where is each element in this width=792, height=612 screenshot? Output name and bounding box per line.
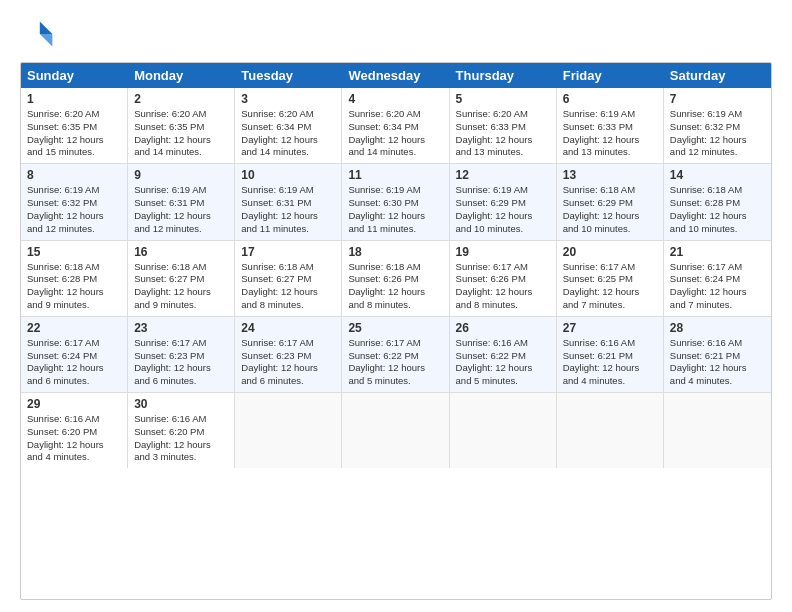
empty-cell — [664, 393, 771, 468]
cell-line: Sunset: 6:32 PM — [27, 197, 121, 210]
cell-line: Sunset: 6:33 PM — [563, 121, 657, 134]
cell-line: Sunset: 6:31 PM — [134, 197, 228, 210]
day-cell-26: 26Sunrise: 6:16 AMSunset: 6:22 PMDayligh… — [450, 317, 557, 392]
cell-line: Daylight: 12 hours — [134, 210, 228, 223]
cell-line: and 4 minutes. — [670, 375, 765, 388]
day-cell-10: 10Sunrise: 6:19 AMSunset: 6:31 PMDayligh… — [235, 164, 342, 239]
cell-line: Sunrise: 6:17 AM — [241, 337, 335, 350]
cell-line: Sunrise: 6:17 AM — [348, 337, 442, 350]
cell-line: Daylight: 12 hours — [27, 362, 121, 375]
cell-line: Sunset: 6:35 PM — [134, 121, 228, 134]
cell-line: Daylight: 12 hours — [348, 210, 442, 223]
cell-line: Sunrise: 6:19 AM — [670, 108, 765, 121]
cell-line: Daylight: 12 hours — [670, 286, 765, 299]
empty-cell — [450, 393, 557, 468]
cell-line: Daylight: 12 hours — [134, 362, 228, 375]
cell-line: Daylight: 12 hours — [348, 286, 442, 299]
cell-line: and 12 minutes. — [134, 223, 228, 236]
day-number: 15 — [27, 245, 121, 259]
cell-line: Daylight: 12 hours — [670, 362, 765, 375]
cell-line: Daylight: 12 hours — [563, 286, 657, 299]
cell-line: Daylight: 12 hours — [134, 286, 228, 299]
cell-line: Sunset: 6:29 PM — [563, 197, 657, 210]
day-cell-5: 5Sunrise: 6:20 AMSunset: 6:33 PMDaylight… — [450, 88, 557, 163]
day-number: 6 — [563, 92, 657, 106]
day-cell-23: 23Sunrise: 6:17 AMSunset: 6:23 PMDayligh… — [128, 317, 235, 392]
calendar-header: SundayMondayTuesdayWednesdayThursdayFrid… — [21, 63, 771, 88]
cell-line: and 10 minutes. — [456, 223, 550, 236]
cell-line: Daylight: 12 hours — [670, 134, 765, 147]
empty-cell — [342, 393, 449, 468]
day-cell-1: 1Sunrise: 6:20 AMSunset: 6:35 PMDaylight… — [21, 88, 128, 163]
day-cell-17: 17Sunrise: 6:18 AMSunset: 6:27 PMDayligh… — [235, 241, 342, 316]
calendar-row-5: 29Sunrise: 6:16 AMSunset: 6:20 PMDayligh… — [21, 393, 771, 468]
cell-line: and 11 minutes. — [241, 223, 335, 236]
cell-line: Sunset: 6:26 PM — [348, 273, 442, 286]
cell-line: Daylight: 12 hours — [563, 134, 657, 147]
logo-icon — [20, 16, 56, 52]
day-number: 8 — [27, 168, 121, 182]
cell-line: Sunrise: 6:20 AM — [134, 108, 228, 121]
cell-line: Daylight: 12 hours — [456, 362, 550, 375]
day-number: 2 — [134, 92, 228, 106]
cell-line: Sunrise: 6:19 AM — [241, 184, 335, 197]
cell-line: and 4 minutes. — [27, 451, 121, 464]
day-number: 16 — [134, 245, 228, 259]
cell-line: Sunset: 6:20 PM — [134, 426, 228, 439]
day-cell-27: 27Sunrise: 6:16 AMSunset: 6:21 PMDayligh… — [557, 317, 664, 392]
cell-line: Sunrise: 6:16 AM — [670, 337, 765, 350]
cell-line: Sunset: 6:22 PM — [348, 350, 442, 363]
day-number: 5 — [456, 92, 550, 106]
day-number: 26 — [456, 321, 550, 335]
day-cell-7: 7Sunrise: 6:19 AMSunset: 6:32 PMDaylight… — [664, 88, 771, 163]
calendar: SundayMondayTuesdayWednesdayThursdayFrid… — [20, 62, 772, 600]
page: SundayMondayTuesdayWednesdayThursdayFrid… — [0, 0, 792, 612]
day-number: 25 — [348, 321, 442, 335]
cell-line: Daylight: 12 hours — [134, 439, 228, 452]
svg-marker-1 — [40, 34, 53, 47]
day-cell-19: 19Sunrise: 6:17 AMSunset: 6:26 PMDayligh… — [450, 241, 557, 316]
cell-line: and 10 minutes. — [563, 223, 657, 236]
calendar-row-3: 15Sunrise: 6:18 AMSunset: 6:28 PMDayligh… — [21, 241, 771, 317]
calendar-body: 1Sunrise: 6:20 AMSunset: 6:35 PMDaylight… — [21, 88, 771, 468]
cell-line: Sunrise: 6:19 AM — [27, 184, 121, 197]
cell-line: Sunrise: 6:17 AM — [670, 261, 765, 274]
cell-line: Sunrise: 6:18 AM — [563, 184, 657, 197]
cell-line: Sunrise: 6:20 AM — [456, 108, 550, 121]
day-number: 23 — [134, 321, 228, 335]
header-day-sunday: Sunday — [21, 63, 128, 88]
cell-line: and 7 minutes. — [563, 299, 657, 312]
cell-line: and 13 minutes. — [563, 146, 657, 159]
header-day-tuesday: Tuesday — [235, 63, 342, 88]
day-cell-4: 4Sunrise: 6:20 AMSunset: 6:34 PMDaylight… — [342, 88, 449, 163]
calendar-row-1: 1Sunrise: 6:20 AMSunset: 6:35 PMDaylight… — [21, 88, 771, 164]
cell-line: Sunrise: 6:19 AM — [456, 184, 550, 197]
day-number: 10 — [241, 168, 335, 182]
cell-line: Daylight: 12 hours — [348, 134, 442, 147]
day-cell-13: 13Sunrise: 6:18 AMSunset: 6:29 PMDayligh… — [557, 164, 664, 239]
cell-line: and 14 minutes. — [134, 146, 228, 159]
header-day-friday: Friday — [557, 63, 664, 88]
day-number: 24 — [241, 321, 335, 335]
day-cell-28: 28Sunrise: 6:16 AMSunset: 6:21 PMDayligh… — [664, 317, 771, 392]
day-number: 21 — [670, 245, 765, 259]
day-cell-15: 15Sunrise: 6:18 AMSunset: 6:28 PMDayligh… — [21, 241, 128, 316]
cell-line: Sunset: 6:30 PM — [348, 197, 442, 210]
cell-line: and 8 minutes. — [241, 299, 335, 312]
cell-line: Sunset: 6:26 PM — [456, 273, 550, 286]
cell-line: Sunset: 6:34 PM — [348, 121, 442, 134]
day-number: 20 — [563, 245, 657, 259]
day-number: 28 — [670, 321, 765, 335]
cell-line: Sunset: 6:23 PM — [134, 350, 228, 363]
day-cell-29: 29Sunrise: 6:16 AMSunset: 6:20 PMDayligh… — [21, 393, 128, 468]
header-day-monday: Monday — [128, 63, 235, 88]
cell-line: Sunrise: 6:20 AM — [348, 108, 442, 121]
day-cell-9: 9Sunrise: 6:19 AMSunset: 6:31 PMDaylight… — [128, 164, 235, 239]
cell-line: Sunset: 6:33 PM — [456, 121, 550, 134]
cell-line: Sunrise: 6:16 AM — [563, 337, 657, 350]
day-number: 14 — [670, 168, 765, 182]
header-day-wednesday: Wednesday — [342, 63, 449, 88]
cell-line: and 14 minutes. — [348, 146, 442, 159]
cell-line: Daylight: 12 hours — [27, 286, 121, 299]
cell-line: Daylight: 12 hours — [670, 210, 765, 223]
